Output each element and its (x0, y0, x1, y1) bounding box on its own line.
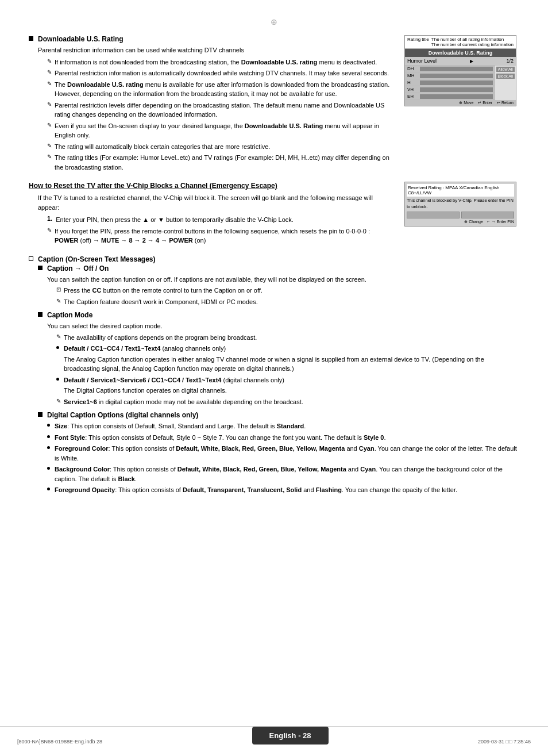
caption-section: Caption (On-Screen Text Messages) Captio… (29, 255, 519, 495)
footer-enter: ↵ Enter (478, 101, 492, 105)
hollow-square-bullet-icon (29, 256, 33, 261)
note-item-1: Parental restriction information is auto… (47, 68, 393, 78)
page: ⊕ Downloadable U.S. Rating Parental rest… (0, 0, 548, 756)
digital-caption-header: Digital Caption Options (digital channel… (38, 411, 519, 419)
square-bullet-icon (29, 36, 33, 41)
note-item-3: Parental restriction levels differ depen… (47, 101, 393, 120)
rating-box-title: Downloadable U.S. Rating (405, 49, 516, 57)
caption-off-on-title: Caption → Off / On (47, 264, 109, 273)
downloadable-rating-title: Downloadable U.S. Rating (38, 35, 124, 43)
how-to-reset-title: How to Reset the TV after the V-Chip Blo… (29, 182, 393, 190)
digital-caption-item-0: Size: This option consists of Default, S… (47, 421, 519, 431)
note-text-5: The rating will automatically block cert… (55, 142, 270, 152)
note-item-4: Even if you set the On-screen display to… (47, 121, 393, 140)
emergency-box-sidebar: Received Rating : MPAA X/Canadian Englis… (404, 182, 519, 227)
caption-mode-bullet-text-1: Default / Service1~Service6 / CC1~CC4 / … (64, 375, 284, 396)
caption-mode-bullet-0: Default / CC1~CC4 / Text1~Text4 (analog … (56, 344, 519, 374)
remote-icon-0: ⊡ (56, 286, 61, 293)
note-item-6: The rating titles (For example: Humor Le… (47, 153, 393, 172)
rating-bar-h (420, 80, 493, 85)
downloadable-rating-body: Parental restriction information can be … (38, 45, 393, 172)
how-to-reset-content: How to Reset the TV after the V-Chip Blo… (29, 182, 393, 247)
rating-bar-mh (420, 74, 493, 78)
rating-box-sidebar: Rating title The number of all rating in… (404, 35, 519, 106)
how-to-reset-intro: If the TV is tuned to a restricted chann… (38, 193, 393, 212)
square-bullet-caption (38, 266, 43, 270)
caption-mode-subsection: Caption Mode You can select the desired … (38, 311, 519, 406)
step-text-1: Enter your PIN, then press the ▲ or ▼ bu… (56, 215, 294, 225)
rating-all-info-label: The number of all rating informationThe … (431, 37, 514, 47)
pencil-icon-0 (47, 58, 52, 64)
top-decoration: ⊕ (29, 17, 519, 26)
caption-off-on-body: You can switch the caption function on o… (47, 275, 519, 307)
pencil-icon-reset (47, 227, 52, 233)
how-to-reset-body: If the TV is tuned to a restricted chann… (38, 193, 393, 245)
pencil-icon-5 (47, 143, 52, 149)
note-item-5: The rating will automatically block cert… (47, 142, 393, 152)
emergency-box-footer: ⊕ Change ← → Enter PIN (407, 220, 514, 224)
caption-mode-sub-note-text: Service1~6 in digital caption mode may n… (64, 397, 303, 407)
emergency-line1: Received Rating : MPAA X/Canadian Englis… (408, 185, 500, 195)
footer-center: English - 28 (252, 727, 329, 745)
allow-all-btn[interactable]: Allow All (496, 67, 515, 72)
caption-mode-bullet-text-0: Default / CC1~CC4 / Text1~Text4 (analog … (64, 344, 519, 374)
pencil-icon-mode-0 (56, 333, 61, 340)
digital-caption-item-2: Foreground Color: This option consists o… (47, 444, 519, 463)
how-to-reset-two-col: How to Reset the TV after the V-Chip Blo… (29, 182, 519, 247)
how-to-reset-section: How to Reset the TV after the V-Chip Blo… (29, 182, 519, 247)
footer-return: ↩ Return (497, 101, 514, 105)
pencil-icon-4 (47, 122, 52, 128)
caption-mode-note-0: The availability of captions depends on … (56, 333, 519, 343)
rating-box-labels: Rating title The number of all rating in… (405, 36, 516, 49)
rating-row-eh: EH (405, 93, 495, 100)
caption-mode-intro: You can select the desired caption mode. (47, 321, 519, 331)
footer-badge: English - 28 (252, 727, 329, 745)
dot-bullet-font-style (47, 435, 50, 438)
note-text-3: Parental restriction levels differ depen… (55, 101, 393, 120)
rating-row-mh: MH (405, 72, 495, 79)
caption-note-0: ⊡ Press the CC button on the remote cont… (56, 286, 519, 296)
caption-off-on-header: Caption → Off / On (38, 264, 519, 273)
square-bullet-caption-mode (38, 312, 43, 317)
caption-off-on-subsection: Caption → Off / On You can switch the ca… (38, 264, 519, 307)
caption-mode-bullets: Default / CC1~CC4 / Text1~Text4 (analog … (56, 344, 519, 396)
dot-bullet-1 (56, 378, 59, 381)
emergency-footer-change: ⊕ Change (464, 220, 483, 224)
note-text-1: Parental restriction information is auto… (55, 68, 389, 78)
footer-right: 2009-03-31 □□ 7:35:46 (478, 739, 531, 745)
emergency-box-body: This channel is blocked by V-Chip. Pleas… (407, 198, 514, 210)
emergency-btn-1 (407, 212, 460, 218)
emergency-footer-pin: ← → Enter PIN (487, 220, 514, 224)
caption-mode-bullet-1: Default / Service1~Service6 / CC1~CC4 / … (56, 375, 519, 396)
dot-bullet-size (47, 424, 50, 427)
note-item-0: If information is not downloaded from th… (47, 57, 393, 67)
caption-mode-title: Caption Mode (47, 311, 92, 319)
pencil-icon-caption-1 (56, 298, 61, 304)
dot-bullet-0 (56, 346, 59, 349)
emergency-box-buttons (407, 212, 514, 218)
rating-rows-col: DH MH H VH (405, 66, 495, 100)
digital-caption-title: Digital Caption Options (digital channel… (47, 411, 198, 419)
dot-bullet-fg-opacity (47, 488, 50, 490)
rating-row-vh: VH (405, 86, 495, 93)
block-all-btn[interactable]: Block All (496, 74, 515, 79)
pencil-icon-6 (47, 153, 52, 160)
downloadable-rating-intro: Parental restriction information can be … (38, 45, 393, 55)
emergency-box: Received Rating : MPAA X/Canadian Englis… (404, 182, 516, 227)
pencil-icon-2 (47, 80, 52, 87)
downloadable-rating-header: Downloadable U.S. Rating (29, 35, 393, 43)
rating-rows-area: DH MH H VH (405, 66, 516, 100)
rating-box: Rating title The number of all rating in… (404, 35, 516, 106)
pencil-icon-1 (47, 69, 52, 75)
step-num-1: 1. (47, 215, 52, 222)
reset-note-text-0: If you forget the PIN, press the remote-… (55, 227, 393, 245)
humor-value: 1/2 (506, 58, 514, 64)
note-item-2: The Downloadable U.S. rating menu is ava… (47, 80, 393, 99)
digital-caption-subsection: Digital Caption Options (digital channel… (38, 411, 519, 495)
rating-box-footer: ⊕ Move ↵ Enter ↩ Return (405, 100, 516, 106)
emergency-btn-2 (461, 212, 514, 218)
rating-row-h: H (405, 79, 495, 86)
digital-caption-body: Size: This option consists of Default, S… (47, 421, 519, 495)
dot-bullet-fg-color (47, 446, 50, 449)
caption-note-1: The Caption feature doesn't work in Comp… (56, 297, 519, 307)
